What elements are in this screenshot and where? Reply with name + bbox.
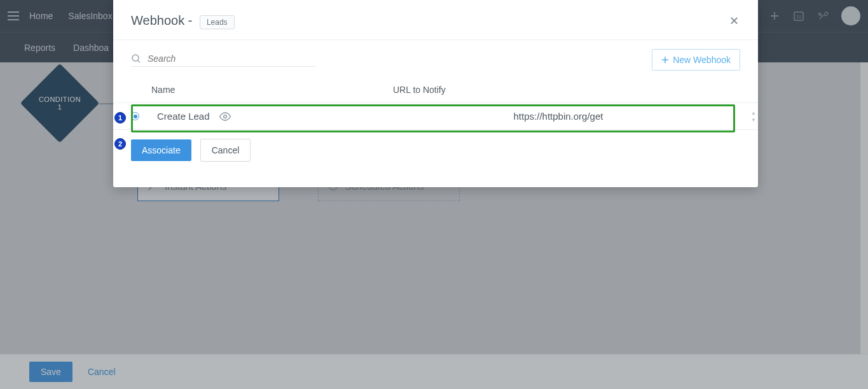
modal-footer: 2 Associate Cancel [113,130,758,171]
associate-button[interactable]: Associate [131,139,191,161]
search-icon [131,53,141,64]
new-webhook-label: New Webhook [673,55,731,65]
table-row[interactable]: Create Lead https://httpbin.org/get ▲▼ [113,103,758,130]
module-pill[interactable]: Leads [200,15,235,29]
close-icon[interactable]: ✕ [724,11,744,31]
scroll-indicator: ▲▼ [751,110,756,123]
modal-title: Webhook - [131,13,196,27]
cancel-button[interactable]: Cancel [200,139,251,162]
table-header: Name URL to Notify [113,78,758,103]
webhook-modal: Webhook - Leads ✕ New Webhook Name URL t… [113,0,758,187]
step-badge-1: 1 [114,112,126,124]
svg-point-4 [223,115,226,118]
row-radio[interactable] [131,112,139,120]
row-url: https://httpbin.org/get [376,111,740,122]
eye-icon[interactable] [219,112,231,121]
col-url: URL to Notify [393,85,740,95]
plus-icon [661,56,669,64]
search-input[interactable] [148,53,300,64]
svg-point-3 [132,55,139,61]
col-name: Name [151,85,393,95]
step-badge-2: 2 [114,138,126,150]
new-webhook-button[interactable]: New Webhook [652,49,740,71]
modal-toolbar: New Webhook [113,40,758,78]
row-name: Create Lead [157,111,210,122]
modal-header: Webhook - Leads ✕ [113,0,758,40]
